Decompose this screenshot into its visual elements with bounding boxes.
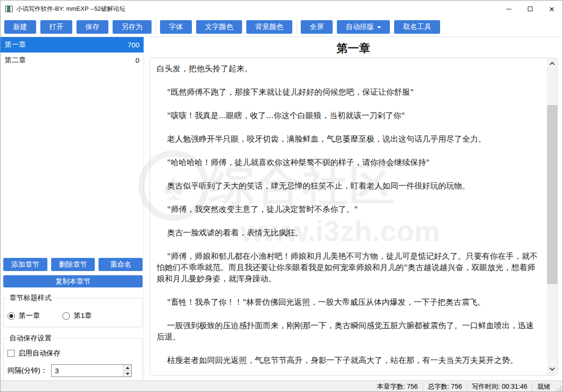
chapter-word-count: 700 <box>128 41 139 49</box>
resize-grip[interactable] <box>560 390 561 391</box>
title-bar: 小说写作软件-BY: mmEXP --52破解论坛 ✕ <box>0 0 563 17</box>
editor-box: 白头发，把他头拎了起来。"既然师傅不跑了，那接下来就让徒儿好好的伺候您吧，保证让… <box>150 58 558 376</box>
status-bar: 本章字数: 756 总字数: 756 写作时间: 00:31:46 就绪 <box>0 380 563 392</box>
sidebar: 第一章 700 第二章 0 添加章节 删除章节 重命名 复制本章节 章节标题样式… <box>0 37 144 380</box>
maximize-icon <box>528 7 533 11</box>
novel-paragraph: 一股强到极致的压迫感扑面而来，刚刚那一下，奥古瞬间感觉五脏六腑都被震伤了。一口鲜… <box>157 320 539 342</box>
chapter-list-item[interactable]: 第一章 700 <box>0 37 144 53</box>
radio-label: 第一章 <box>19 311 40 320</box>
interval-label: 间隔(分钟)： <box>8 366 47 375</box>
window-title: 小说写作软件-BY: mmEXP --52破解论坛 <box>16 5 498 13</box>
editor-text-area[interactable]: 白头发，把他头拎了起来。"既然师傅不跑了，那接下来就让徒儿好好的伺候您吧，保证让… <box>150 58 547 375</box>
scrollbar-thumb[interactable] <box>547 105 557 284</box>
radio-option-chapter-word[interactable]: 第一章 <box>8 311 40 320</box>
novel-paragraph: 奥古一脸戏谑的看着，表情无比疯狂。 <box>157 227 539 238</box>
chevron-up-icon <box>549 62 555 67</box>
novel-paragraph: "哈哈哈哈！师傅，徒儿就喜欢你这种桀骜不驯的样子，请你待会继续保持" <box>157 157 539 168</box>
arrow-down-icon <box>126 373 129 377</box>
chapter-title: 第二章 <box>5 56 136 65</box>
scroll-down-button[interactable] <box>547 364 557 375</box>
minimize-button[interactable] <box>498 0 519 17</box>
chevron-down-icon <box>377 26 381 30</box>
checkbox-label: 启用自动保存 <box>18 349 61 358</box>
naming-tool-button[interactable]: 取名工具 <box>394 20 440 34</box>
arrow-up-icon <box>126 365 129 369</box>
chevron-down-icon <box>549 366 555 371</box>
stepper-up-button[interactable] <box>123 365 131 370</box>
radio-icon <box>62 312 70 320</box>
auto-format-dropdown[interactable]: 自动排版 <box>337 20 390 34</box>
editor-scrollbar[interactable] <box>547 58 557 375</box>
ready-status: 就绪 <box>532 383 555 391</box>
enable-autosave-option[interactable]: 启用自动保存 <box>8 349 142 358</box>
open-button[interactable]: 打开 <box>40 20 72 34</box>
chapter-word-count: 0 <box>136 56 139 64</box>
radio-icon <box>8 312 15 320</box>
novel-paragraph: 枯瘦老者如同回光返照，气息节节高升，身影一下子就高大了，站在那，有一夫当关万夫莫… <box>157 354 539 366</box>
new-button[interactable]: 新建 <box>4 20 36 34</box>
autosave-groupbox: 自动保存设置 启用自动保存 间隔(分钟)： 3 <box>3 338 143 384</box>
add-chapter-button[interactable]: 添加章节 <box>3 258 47 271</box>
chapter-list: 第一章 700 第二章 0 <box>0 37 144 257</box>
minimize-icon <box>506 9 511 9</box>
stepper-down-button[interactable] <box>123 370 131 377</box>
title-style-legend: 章节标题样式 <box>8 294 53 302</box>
chapter-word-count-status: 本章字数: 756 <box>372 383 422 391</box>
chapter-list-item[interactable]: 第二章 0 <box>0 53 144 68</box>
font-button[interactable]: 字体 <box>160 20 192 34</box>
text-color-button[interactable]: 文字颜色 <box>196 20 242 34</box>
novel-paragraph: "咳咳！我真是...眼瞎，收了...你这个白眼狼，当初就该一刀剁了你" <box>157 110 539 121</box>
auto-format-label: 自动排版 <box>346 23 374 31</box>
fullscreen-button[interactable]: 全屏 <box>301 20 333 34</box>
novel-paragraph: 白头发，把他头拎了起来。 <box>157 63 539 74</box>
save-as-button[interactable]: 另存为 <box>113 20 152 34</box>
novel-paragraph: "畜牲！我杀了你！！"林誉仿佛回光返照，一股大帝威压从体内爆发，一下子把奥古震飞… <box>157 296 539 308</box>
maximize-button[interactable] <box>519 0 541 17</box>
novel-paragraph: "师傅，师娘和郁儿都在小渔村吧！师娘和月儿美艳不可方物，徒儿可是惦记好久了。只要… <box>157 250 539 284</box>
app-icon <box>5 6 13 12</box>
checkbox-icon <box>8 350 15 357</box>
rename-button[interactable]: 重命名 <box>99 258 143 271</box>
title-style-groupbox: 章节标题样式 第一章 第1章 <box>3 298 143 327</box>
delete-chapter-button[interactable]: 删除章节 <box>51 258 95 271</box>
chapter-heading: 第一章 <box>144 37 563 58</box>
novel-paragraph: 奥古似乎听到了天大的笑话，肆无忌惮的狂笑不止，盯着老人如同一件很好玩的玩物。 <box>157 180 539 191</box>
autosave-legend: 自动保存设置 <box>8 334 53 343</box>
novel-paragraph: "师傅，我突然改变主意了，徒儿决定暂时不杀你了。" <box>157 204 539 215</box>
writing-time-status: 写作时间: 00:31:46 <box>467 383 532 391</box>
chapter-title: 第一章 <box>5 40 128 49</box>
close-icon: ✕ <box>549 6 555 13</box>
interval-stepper[interactable]: 3 <box>51 364 132 377</box>
copy-chapter-button[interactable]: 复制本章节 <box>3 275 143 287</box>
novel-paragraph: 老人勉强睁开半只眼，咬牙切齿，满脸鲜血，气息萎靡至极，说出这句话几乎用尽了全力。 <box>157 133 539 144</box>
interval-value[interactable]: 3 <box>52 365 123 377</box>
close-button[interactable]: ✕ <box>541 0 563 17</box>
novel-paragraph: "既然师傅不跑了，那接下来就让徒儿好好的伺候您吧，保证让你舒服" <box>157 86 539 98</box>
total-word-count-status: 总字数: 756 <box>423 383 467 391</box>
bg-color-button[interactable]: 背景颜色 <box>246 20 292 34</box>
radio-label: 第1章 <box>74 311 91 320</box>
toolbar-separator <box>156 20 156 34</box>
scroll-up-button[interactable] <box>547 58 557 69</box>
save-button[interactable]: 保存 <box>76 20 108 34</box>
toolbar: 新建 打开 保存 另存为 字体 文字颜色 背景颜色 全屏 自动排版 取名工具 <box>0 17 563 37</box>
radio-option-chapter-number[interactable]: 第1章 <box>62 311 91 320</box>
content-area: 第一章 白头发，把他头拎了起来。"既然师傅不跑了，那接下来就让徒儿好好的伺候您吧… <box>144 37 563 380</box>
text-cursor <box>287 228 287 237</box>
toolbar-separator <box>297 20 297 34</box>
